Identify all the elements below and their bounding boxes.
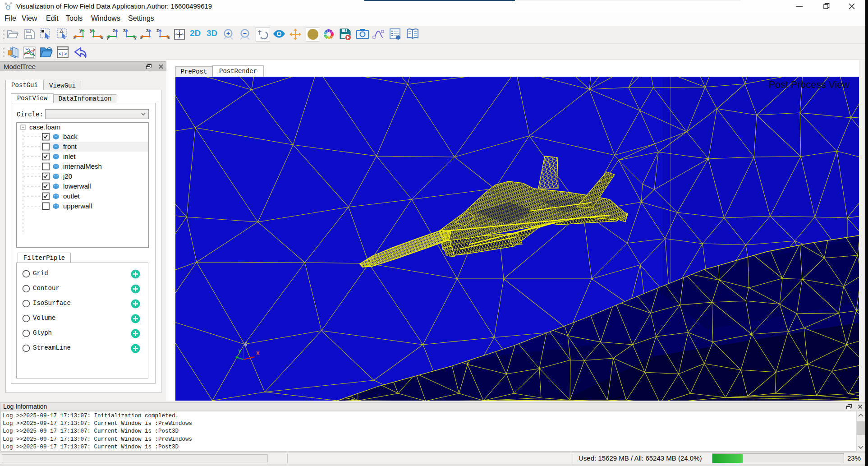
svg-text:y: y xyxy=(106,35,110,40)
svg-text:y: y xyxy=(90,28,93,33)
svg-text:x: x xyxy=(73,35,76,40)
svg-text:upperwall: upperwall xyxy=(63,202,92,210)
svg-text:y: y xyxy=(134,35,137,40)
svg-text:z: z xyxy=(113,28,115,33)
svg-text:inlet: inlet xyxy=(63,152,76,160)
svg-text:y: y xyxy=(79,28,83,33)
svg-text:back: back xyxy=(63,133,78,140)
svg-text:outlet: outlet xyxy=(63,192,80,200)
svg-text:lowerwall: lowerwall xyxy=(63,182,91,190)
svg-text:x: x xyxy=(140,35,143,40)
svg-text:x: x xyxy=(101,35,103,40)
svg-text:<|>: <|> xyxy=(59,52,67,57)
svg-text:Y: Y xyxy=(238,349,242,354)
svg-text:front: front xyxy=(63,143,77,150)
svg-text:case.foam: case.foam xyxy=(29,123,60,131)
svg-text:z: z xyxy=(123,28,126,33)
svg-text:x: x xyxy=(167,35,170,40)
svg-text:Post Process View: Post Process View xyxy=(769,79,850,90)
svg-text:Z: Z xyxy=(244,341,247,346)
svg-text:z: z xyxy=(156,28,159,33)
svg-text:z: z xyxy=(146,28,149,33)
svg-text:j20: j20 xyxy=(63,172,72,180)
svg-text:internalMesh: internalMesh xyxy=(63,162,102,170)
svg-text:X: X xyxy=(256,351,260,356)
